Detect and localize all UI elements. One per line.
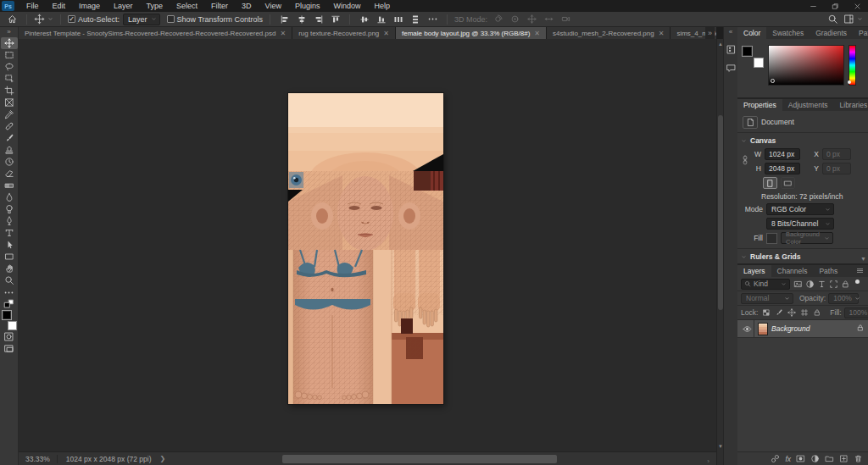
menu-type[interactable]: Type — [140, 0, 170, 12]
properties-panel-tab-adjustments[interactable]: Adjustments — [782, 99, 834, 111]
horizontal-scrollbar[interactable]: ‹ › — [134, 455, 704, 463]
horizontal-scroll-thumb[interactable] — [282, 455, 557, 463]
color-panel-tab-color[interactable]: Color — [737, 27, 766, 39]
canvas-section-header[interactable]: Canvas — [741, 136, 863, 146]
bit-depth-dropdown[interactable]: 8 Bits/Channel — [766, 218, 834, 230]
current-tool-button[interactable] — [34, 14, 53, 25]
landscape-orientation-button[interactable] — [781, 177, 795, 189]
lock-transparency-button[interactable] — [760, 307, 771, 318]
menu-view[interactable]: View — [259, 0, 288, 12]
layer-row-background[interactable]: Background — [737, 320, 868, 338]
align-right-edges-button[interactable] — [311, 13, 326, 25]
filter-image-button[interactable] — [793, 279, 804, 290]
document-viewport[interactable] — [19, 39, 716, 451]
history-brush-tool[interactable] — [1, 156, 18, 168]
menu-file[interactable]: File — [19, 0, 46, 12]
screen-mode-button[interactable] — [1, 342, 18, 354]
background-color-swatch[interactable] — [754, 58, 764, 68]
align-left-edges-button[interactable] — [277, 13, 292, 25]
y-field[interactable]: 0 px — [822, 163, 851, 174]
document-tab-2[interactable]: female body layout.jpg @ 33.3% (RGB/8#)✕ — [396, 27, 547, 39]
minimize-button[interactable] — [802, 0, 824, 12]
menu-plugins[interactable]: Plugins — [288, 0, 327, 12]
blend-mode-dropdown[interactable]: Normal — [741, 293, 793, 304]
menu-help[interactable]: Help — [368, 0, 398, 12]
menu-edit[interactable]: Edit — [46, 0, 73, 12]
foreground-color-swatch[interactable] — [742, 46, 753, 57]
auto-select-checkbox[interactable] — [68, 15, 75, 23]
document-tab-1[interactable]: rug texture-Recovered.png✕ — [292, 27, 396, 39]
properties-panel-tab-properties[interactable]: Properties — [737, 99, 782, 111]
tab-close-icon[interactable]: ✕ — [659, 30, 665, 37]
document-tab-0[interactable]: Pinterest Template - SnootySims-Recovere… — [19, 27, 292, 39]
layers-panel-tab-channels[interactable]: Channels — [771, 265, 814, 277]
crop-tool[interactable] — [1, 85, 18, 97]
toolbar-expand-chevron[interactable]: » — [7, 27, 10, 37]
color-panel-tab-swatches[interactable]: Swatches — [766, 27, 810, 39]
vertical-scrollbar[interactable]: ▲ ▼ — [716, 39, 723, 465]
blur-tool[interactable] — [1, 191, 18, 203]
filter-shape-button[interactable] — [828, 279, 839, 290]
frame-tool[interactable] — [1, 97, 18, 108]
tab-close-icon[interactable]: ✕ — [280, 30, 286, 37]
more-align-options-button[interactable] — [426, 13, 440, 25]
path-selection-tool[interactable] — [1, 239, 18, 251]
lock-pixels-button[interactable] — [773, 307, 784, 318]
layer-visibility-eye-icon[interactable] — [741, 320, 754, 337]
3d-roll-button[interactable] — [508, 13, 522, 25]
layer-filter-kind-dropdown[interactable]: Kind — [741, 279, 790, 290]
show-transform-checkbox[interactable] — [167, 15, 175, 23]
delete-layer-button[interactable] — [854, 454, 863, 463]
panel-color-swatches[interactable] — [742, 46, 764, 68]
opacity-field[interactable]: 100% — [828, 293, 859, 304]
tab-close-icon[interactable]: ✕ — [534, 30, 540, 37]
close-button[interactable] — [846, 0, 868, 12]
align-vertical-centers-button[interactable] — [357, 13, 371, 25]
edit-toolbar-button[interactable] — [1, 286, 18, 298]
scroll-left-arrow[interactable]: ‹ — [127, 457, 130, 465]
marquee-tool[interactable] — [1, 49, 18, 61]
collapse-panels-chevron[interactable]: « — [729, 27, 732, 37]
history-panel-icon[interactable] — [724, 42, 737, 56]
object-selection-tool[interactable] — [1, 73, 18, 85]
menu-layer[interactable]: Layer — [107, 0, 140, 12]
fill-dropdown[interactable]: Background Color — [781, 232, 833, 244]
menu-filter[interactable]: Filter — [204, 0, 235, 12]
distribute-vertically-button[interactable] — [408, 13, 422, 25]
color-panel-tab-patterns[interactable]: Patterns — [853, 27, 868, 39]
3d-dolly-button[interactable] — [559, 13, 573, 25]
lock-position-button[interactable] — [786, 307, 797, 318]
portrait-orientation-button[interactable] — [763, 177, 777, 189]
align-bottom-edges-button[interactable] — [374, 13, 388, 25]
pen-tool[interactable] — [1, 215, 18, 227]
filter-smart-object-button[interactable] — [840, 279, 851, 290]
distribute-horizontally-button[interactable] — [391, 13, 405, 25]
auto-select-target-dropdown[interactable]: Layer — [123, 14, 160, 25]
spectrum-knob[interactable] — [771, 79, 775, 83]
rulers-grids-section-header[interactable]: Rulers & Grids — [741, 252, 863, 262]
3d-pan-button[interactable] — [525, 13, 539, 25]
3d-slide-button[interactable] — [542, 13, 556, 25]
lock-all-button[interactable] — [811, 307, 822, 318]
menu-image[interactable]: Image — [72, 0, 107, 12]
lock-artboard-button[interactable] — [798, 307, 810, 318]
foreground-background-colors[interactable] — [1, 310, 18, 330]
gradient-tool[interactable] — [1, 180, 18, 191]
home-button[interactable] — [5, 13, 19, 25]
filter-adjustment-button[interactable] — [804, 279, 815, 290]
new-layer-button[interactable] — [839, 454, 849, 463]
zoom-level-field[interactable]: 33.33% — [22, 455, 58, 463]
color-mode-dropdown[interactable]: RGB Color — [766, 203, 834, 215]
link-dimensions-icon[interactable] — [740, 155, 750, 167]
layer-effects-button[interactable]: fx — [785, 455, 791, 463]
align-horizontal-centers-button[interactable] — [294, 13, 309, 25]
color-panel-tab-gradients[interactable]: Gradients — [810, 27, 853, 39]
menu-3d[interactable]: 3D — [235, 0, 259, 12]
new-adjustment-layer-button[interactable] — [810, 454, 820, 463]
fill-field[interactable]: 100% — [844, 307, 868, 318]
add-layer-mask-button[interactable] — [796, 454, 805, 463]
menu-window[interactable]: Window — [327, 0, 368, 12]
comments-panel-icon[interactable] — [724, 61, 737, 75]
search-icon[interactable] — [826, 13, 840, 25]
layer-name[interactable]: Background — [771, 324, 810, 333]
